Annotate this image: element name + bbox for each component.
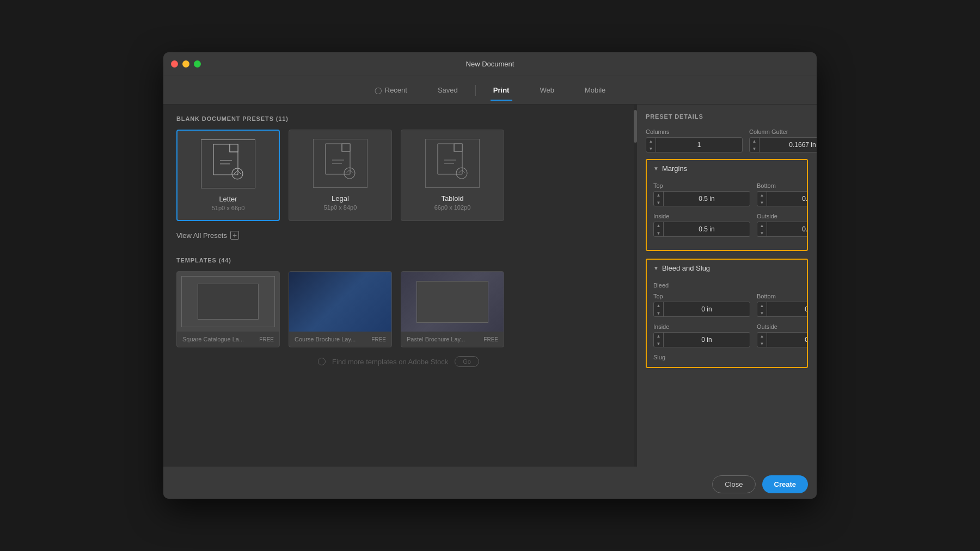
bleed-outside-up[interactable] [757,332,767,340]
close-window-button[interactable] [171,60,178,68]
bleed-inside-spinner[interactable] [653,332,750,347]
margin-inside-up[interactable] [654,222,663,229]
preset-legal-label: Legal [332,194,349,203]
margin-bottom-spinner[interactable] [757,191,808,206]
margins-top-bottom-row: Top Bottom [653,182,800,206]
create-button[interactable]: Create [762,475,808,493]
template-badge-1: FREE [259,336,274,342]
column-gutter-spinner[interactable] [749,137,817,152]
columns-spinner[interactable] [646,137,743,152]
templates-section-header: TEMPLATES (44) [176,257,621,264]
column-gutter-stepper[interactable] [750,137,759,152]
margins-inside-outside-row: Inside Outside [653,213,800,237]
bleed-slug-body: Bleed Top [647,277,807,367]
tab-mobile[interactable]: Mobile [569,81,621,100]
preset-card-letter[interactable]: Letter 51p0 x 66p0 [176,130,280,221]
template-card-1[interactable]: Square Catalogue La... FREE [176,271,280,347]
bleed-slug-header[interactable]: ▼ Bleed and Slug [647,260,807,277]
preset-tabloid-size: 66p0 x 102p0 [434,204,471,211]
bleed-inside-stepper[interactable] [654,332,664,347]
right-panel: PRESET DETAILS Columns Column Gutter [637,105,817,467]
window-title: New Document [466,60,514,68]
margin-outside-stepper[interactable] [757,222,767,237]
preset-tabloid-label: Tabloid [441,194,463,203]
margin-top-up[interactable] [654,191,663,199]
margin-inside-input[interactable] [664,225,750,233]
tab-print[interactable]: Print [478,81,525,100]
bleed-bottom-field: Bottom [757,293,808,317]
margin-inside-down[interactable] [654,229,663,237]
template-card-2[interactable]: Course Brochure Lay... FREE [289,271,392,347]
view-all-presets-button[interactable]: View All Presets + [176,229,621,242]
bleed-inside-up[interactable] [654,332,663,340]
bleed-bottom-stepper[interactable] [757,302,767,317]
margins-header-label: Margins [662,164,687,173]
main-content: BLANK DOCUMENT PRESETS (11) [163,105,817,467]
tab-recent[interactable]: ◯ Recent [359,81,422,100]
margin-top-spinner[interactable] [653,191,750,206]
template-label-2: Course Brochure Lay... [295,336,356,342]
columns-row: Columns Column Gutter [646,128,808,152]
bleed-outside-spinner[interactable] [757,332,808,347]
go-button[interactable]: Go [455,356,479,367]
scroll-thumb[interactable] [634,110,637,143]
bleed-top-spinner[interactable] [653,302,750,317]
bleed-top-down[interactable] [654,309,663,317]
margin-bottom-stepper[interactable] [757,191,767,206]
margin-bottom-input[interactable] [767,195,808,203]
bleed-inside-down[interactable] [654,340,663,347]
preset-details-header: PRESET DETAILS [646,113,808,120]
bleed-outside-down[interactable] [757,340,767,347]
template-card-3[interactable]: Pastel Brochure Lay... FREE [401,271,504,347]
tab-saved[interactable]: Saved [422,81,473,100]
margins-body: Top Bottom [647,177,807,250]
margin-top-stepper[interactable] [654,191,664,206]
bleed-bottom-down[interactable] [757,309,767,317]
margin-outside-up[interactable] [757,222,767,229]
preset-card-tabloid[interactable]: Tabloid 66p0 x 102p0 [401,130,504,221]
margin-inside-spinner[interactable] [653,222,750,237]
window-controls [171,60,201,68]
margin-inside-field: Inside [653,213,750,237]
margin-top-input[interactable] [664,195,750,203]
bleed-top-field: Top [653,293,750,317]
columns-down[interactable] [646,145,656,152]
column-gutter-input[interactable] [759,141,817,149]
minimize-window-button[interactable] [182,60,189,68]
bleed-inside-input[interactable] [664,336,750,344]
preset-card-legal[interactable]: Legal 51p0 x 84p0 [289,130,392,221]
close-button[interactable]: Close [712,475,755,493]
margin-bottom-label: Bottom [757,182,808,189]
maximize-window-button[interactable] [194,60,201,68]
left-panel: BLANK DOCUMENT PRESETS (11) [163,105,634,467]
bleed-top-bottom-row: Top Bottom [653,293,800,317]
margin-bottom-up[interactable] [757,191,767,199]
svg-point-1 [232,168,243,179]
margin-bottom-down[interactable] [757,199,767,206]
columns-stepper[interactable] [646,137,656,152]
margin-outside-down[interactable] [757,229,767,237]
bleed-bottom-spinner[interactable] [757,302,808,317]
margins-header[interactable]: ▼ Margins [647,160,807,177]
column-gutter-down[interactable] [750,145,759,152]
preset-card-tabloid-icon [425,139,480,188]
bleed-top-stepper[interactable] [654,302,664,317]
margin-top-down[interactable] [654,199,663,206]
margin-outside-spinner[interactable] [757,222,808,237]
columns-up[interactable] [646,137,656,145]
margin-inside-stepper[interactable] [654,222,664,237]
bleed-top-input[interactable] [664,305,750,313]
bleed-top-up[interactable] [654,302,663,309]
margin-outside-input[interactable] [767,225,808,233]
bleed-bottom-input[interactable] [767,305,808,313]
find-more-text: Find more templates on Adobe Stock [332,358,448,366]
tab-web[interactable]: Web [524,81,569,100]
bleed-bottom-up[interactable] [757,302,767,309]
column-gutter-up[interactable] [750,137,759,145]
tab-separator [475,85,476,96]
bleed-outside-stepper[interactable] [757,332,767,347]
bleed-outside-input[interactable] [767,336,808,344]
columns-input[interactable] [656,141,742,149]
margin-top-label: Top [653,182,750,189]
margin-bottom-field: Bottom [757,182,808,206]
